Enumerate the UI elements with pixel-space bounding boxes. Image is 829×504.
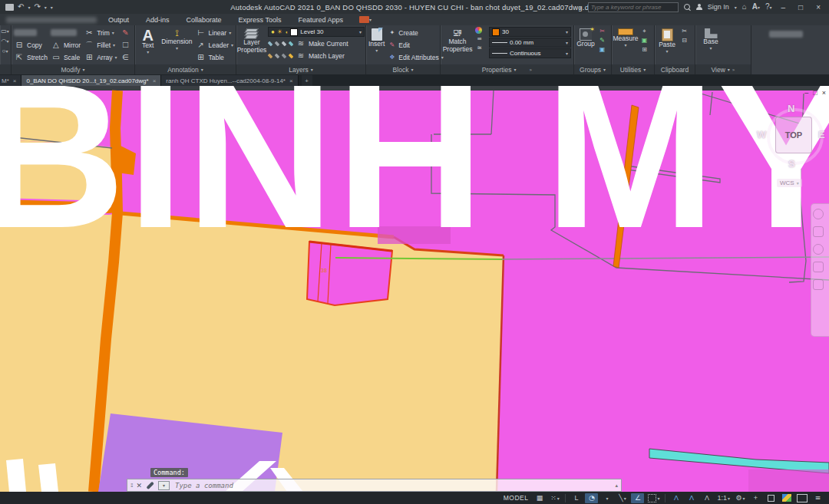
doc-tab-1[interactable]: M*× (0, 75, 21, 86)
isolate-objects-icon[interactable] (765, 493, 778, 503)
tab-featured-apps[interactable]: Featured Apps (289, 16, 352, 24)
window-maximize-button[interactable]: □ (794, 3, 807, 12)
doc-tab-3[interactable]: ranh QH CTXD Huyen...--cad2004-08-9-14*× (161, 75, 298, 86)
layer-dropdown[interactable]: ● ☀ ◖ Level 30 ▾ (268, 27, 365, 37)
ortho-mode-icon[interactable]: L (570, 493, 583, 503)
explode-button[interactable]: 🞎 (120, 39, 130, 51)
match-layer-button[interactable]: ≋Match Layer (268, 50, 365, 61)
window-close-button[interactable]: × (812, 3, 824, 12)
fillet-button[interactable]: ⌒Fillet▾ (84, 39, 117, 51)
ribbon-options-icon[interactable] (359, 16, 369, 23)
properties-panel-label[interactable]: Properties▾» (441, 64, 573, 74)
grid-display-icon[interactable]: ▦ (533, 493, 546, 503)
close-tab-icon[interactable]: × (289, 77, 293, 84)
cut-icon[interactable]: ✂ (680, 27, 689, 35)
command-input[interactable] (173, 481, 611, 490)
command-grip-handle[interactable]: ⁞⁞ (130, 482, 132, 489)
trim-button[interactable]: ✂Trim▾ (84, 27, 117, 38)
edit-block-button[interactable]: ✎Edit (388, 39, 443, 51)
drawing-restore-icon[interactable]: □ (813, 90, 817, 97)
clean-screen-icon[interactable] (795, 493, 809, 503)
match-properties-button[interactable]: 🖳 Match Properties (443, 27, 472, 54)
orbit-icon[interactable] (813, 262, 824, 272)
pan-icon[interactable] (813, 226, 824, 237)
viewcube-east[interactable]: E (818, 129, 825, 140)
sign-in-button[interactable]: Sign In (708, 3, 729, 11)
command-scroll-up-icon[interactable]: ▴ (615, 483, 618, 489)
app-store-icon[interactable]: ⌂ (742, 3, 747, 11)
modify-panel-label[interactable]: Modify▾ (12, 64, 134, 74)
paste-button[interactable]: Paste▾ (657, 27, 677, 54)
polar-dropdown-icon[interactable]: ▾ (600, 493, 613, 503)
utilities-panel-label[interactable]: Utilities▾ (612, 64, 654, 74)
draw-icon[interactable]: ▭▾ (1, 27, 9, 35)
customization-menu-icon[interactable]: ≡ (811, 493, 824, 503)
tab-output[interactable]: Output (100, 16, 137, 24)
linetype-dropdown[interactable]: Continuous▾ (489, 48, 571, 58)
properties-dialog-launcher[interactable]: » (530, 67, 533, 72)
draw-icon[interactable]: ◠▾ (1, 37, 9, 45)
text-button[interactable]: AText▾ (137, 27, 158, 55)
view-dialog-launcher[interactable]: » (732, 67, 735, 72)
isodraft-icon[interactable]: ╲▾ (616, 493, 629, 503)
insert-button[interactable]: Insert▾ (368, 27, 385, 54)
object-snap-icon[interactable]: ▾ (646, 493, 661, 503)
leader-button[interactable]: ↗Leader▾ (196, 39, 233, 51)
qat-customize-icon[interactable]: ▾ (51, 5, 53, 10)
ribbon-collapse-icon[interactable]: ▾ (369, 17, 372, 22)
edit-attributes-button[interactable]: ❖Edit Attributes▾ (388, 51, 443, 63)
group-button[interactable]: ✶ Group (576, 27, 595, 48)
layer-properties-button[interactable]: Layer Properties (239, 27, 265, 54)
undo-icon[interactable]: ↶ (18, 3, 24, 11)
model-space-button[interactable]: MODEL (504, 494, 529, 502)
ungroup-icon[interactable]: ✂ (598, 27, 606, 35)
workspace-gear-icon[interactable]: ⚙▾ (734, 493, 747, 503)
show-motion-icon[interactable] (813, 279, 824, 290)
offset-button[interactable]: ∈ (120, 51, 130, 63)
annotation-monitor-icon[interactable]: + (749, 493, 762, 503)
stretch-button[interactable]: ⇱Stretch (14, 51, 48, 63)
groups-panel-label[interactable]: Groups▾ (574, 64, 611, 74)
object-color-dropdown[interactable]: 30▾ (489, 27, 571, 37)
plot-icon[interactable] (5, 4, 14, 11)
nav-wheel-icon[interactable] (813, 209, 824, 219)
search-expand-icon[interactable]: ▸ (580, 5, 583, 10)
command-close-icon[interactable]: ✕ (136, 482, 142, 489)
quick-select-icon[interactable]: ⌖ (640, 27, 649, 35)
command-customize-wrench-icon[interactable] (146, 481, 154, 489)
window-minimize-button[interactable]: – (778, 3, 790, 12)
tab-collaborate[interactable]: Collaborate (178, 16, 230, 24)
snap-mode-icon[interactable]: ⁙▾ (548, 493, 561, 503)
drawing-close-icon[interactable]: × (822, 90, 826, 97)
help-icon[interactable]: ?▾ (765, 3, 772, 12)
quick-calc-icon[interactable]: ▣ (640, 36, 649, 44)
new-tab-button[interactable]: + (302, 75, 312, 86)
viewcube-south[interactable]: S (788, 158, 795, 170)
polar-tracking-icon[interactable]: ◔ (585, 493, 598, 503)
create-block-button[interactable]: ✦Create (388, 27, 443, 38)
zoom-icon[interactable] (813, 244, 824, 255)
layers-panel-label[interactable]: Layers▾ (236, 64, 365, 74)
search-icon[interactable] (684, 4, 691, 11)
make-current-button[interactable]: ≋Make Current (268, 38, 365, 49)
drawing-canvas[interactable]: 38 BINH MY – □ × TOP N W E S WCS▾ (0, 86, 829, 492)
draw-icon[interactable]: ○▾ (1, 47, 9, 55)
annotation-scale-icon[interactable]: Λ (700, 493, 713, 503)
array-button[interactable]: ⊞Array▾ (84, 51, 117, 63)
undo-dropdown-icon[interactable]: ▾ (28, 5, 30, 10)
lineweight-dropdown[interactable]: 0.00 mm▾ (489, 38, 571, 48)
doc-tab-2-active[interactable]: 0_BAN DO QHSDD 20...t_19_02.cad07dwg*× (21, 75, 161, 86)
dimension-button[interactable]: ⟟Dimension▾ (161, 27, 192, 51)
hardware-acceleration-icon[interactable] (780, 493, 793, 503)
base-button[interactable]: Base▾ (698, 27, 724, 51)
viewcube-top-face[interactable]: TOP (775, 117, 812, 153)
table-button[interactable]: ⊞Table (196, 51, 233, 63)
recent-commands-icon[interactable]: ▾ (158, 481, 170, 490)
copy-button[interactable]: ⊟Copy (14, 39, 48, 51)
tab-express-tools[interactable]: Express Tools (230, 16, 290, 24)
signin-dropdown-icon[interactable]: ▾ (735, 5, 737, 10)
linear-button[interactable]: ⊢Linear▾ (196, 27, 233, 38)
copy-clip-icon[interactable]: ⊟ (680, 36, 689, 44)
close-tab-icon[interactable]: × (153, 77, 157, 84)
redo-icon[interactable]: ↷ (34, 3, 40, 11)
